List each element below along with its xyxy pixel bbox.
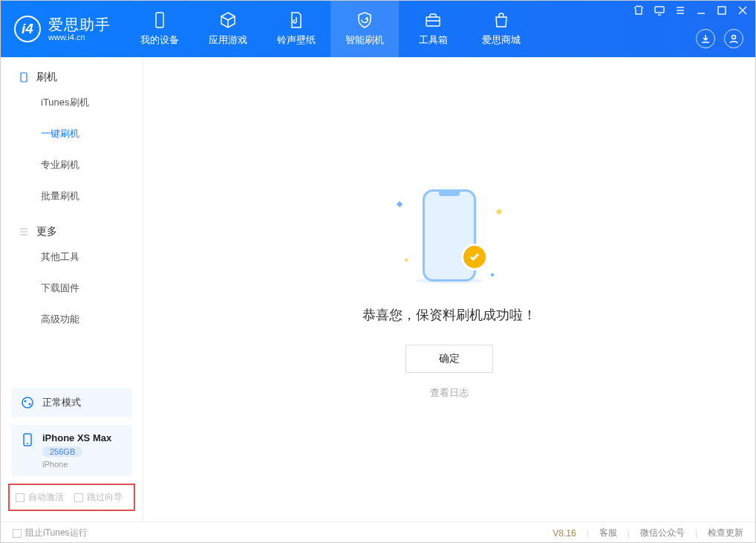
app-name: 爱思助手 [48,16,111,33]
mode-label: 正常模式 [42,396,81,409]
nav-tab-flash[interactable]: 智能刷机 [330,1,399,57]
phone-icon [19,72,29,82]
checkbox-label: 自动激活 [28,491,64,504]
sidebar: 刷机 iTunes刷机 一键刷机 专业刷机 批量刷机 更多 其他工具 下载固件 … [1,57,143,521]
device-storage: 256GB [42,446,82,457]
checkbox-highlight-row: 自动激活 跳过向导 [8,484,135,511]
sidebar-item-oneclick-flash[interactable]: 一键刷机 [1,118,143,149]
device-card[interactable]: iPhone XS Max 256GB iPhone [11,425,132,476]
nav-label: 我的设备 [140,33,179,47]
svg-point-4 [732,36,736,39]
checkbox-icon [74,493,83,502]
logo-icon: i4 [14,16,41,42]
device-type: iPhone [42,460,111,469]
menu-icon[interactable] [675,5,685,16]
logo: i4 爱思助手 www.i4.cn [1,1,126,57]
device-name: iPhone XS Max [42,432,111,443]
nav-tab-store[interactable]: 爱思商城 [467,1,535,57]
version-label: V8.16 [553,528,576,539]
nav-tabs: 我的设备 应用游戏 铃声壁纸 智能刷机 工具箱 爱思商城 [126,1,535,57]
nav-label: 应用游戏 [209,33,247,47]
mode-icon [20,395,35,410]
sidebar-item-batch-flash[interactable]: 批量刷机 [1,181,143,212]
checkbox-label: 跳过向导 [87,491,123,504]
nav-label: 爱思商城 [482,33,521,47]
device-phone-icon [20,432,35,447]
sidebar-section-more: 更多 其他工具 下载固件 高级功能 [1,212,143,335]
checkbox-icon [16,493,25,502]
nav-label: 工具箱 [419,33,448,47]
sparkle-icon [404,258,408,262]
sparkle-icon [496,208,502,214]
maximize-icon[interactable] [717,5,727,16]
user-button[interactable] [724,29,743,48]
sidebar-section-flash: 刷机 iTunes刷机 一键刷机 专业刷机 批量刷机 [1,57,143,212]
ok-button[interactable]: 确定 [405,345,493,373]
bag-icon [492,11,510,29]
svg-rect-2 [655,7,664,13]
device-icon [151,11,169,29]
feedback-icon[interactable] [654,5,665,16]
svg-point-7 [25,400,27,403]
svg-rect-1 [426,17,440,26]
checkbox-auto-activate[interactable]: 自动激活 [16,491,64,504]
sidebar-bottom: 正常模式 iPhone XS Max 256GB iPhone 自动激活 跳过向… [1,380,143,521]
download-button[interactable] [696,29,715,48]
checkmark-badge-icon [461,244,488,270]
checkbox-icon [13,529,22,538]
sparkle-icon [490,273,495,277]
footer-link-update[interactable]: 检查更新 [708,527,743,539]
view-log-link[interactable]: 查看日志 [430,386,469,400]
footer-link-wechat[interactable]: 微信公众号 [640,527,685,539]
cube-icon [219,11,237,29]
sidebar-header-more: 更多 [1,225,143,241]
sidebar-item-download-firmware[interactable]: 下载固件 [1,273,143,304]
checkbox-label: 阻止iTunes运行 [25,527,88,539]
app-domain: www.i4.cn [48,33,111,42]
nav-label: 智能刷机 [345,33,384,47]
nav-tab-apps[interactable]: 应用游戏 [194,1,262,57]
mode-card[interactable]: 正常模式 [11,388,132,417]
list-icon [19,227,29,237]
sidebar-item-advanced[interactable]: 高级功能 [1,304,143,335]
nav-tab-device[interactable]: 我的设备 [126,1,194,57]
refresh-shield-icon [356,11,374,29]
footer-link-support[interactable]: 客服 [599,527,617,539]
checkbox-block-itunes[interactable]: 阻止iTunes运行 [13,527,88,539]
sidebar-item-other-tools[interactable]: 其他工具 [1,241,143,273]
sparkle-icon [397,201,403,207]
svg-point-8 [29,403,31,406]
sidebar-header-flash: 刷机 [1,71,143,87]
nav-label: 铃声壁纸 [277,33,316,47]
close-icon[interactable] [737,5,748,16]
sidebar-item-pro-flash[interactable]: 专业刷机 [1,149,143,181]
header-actions [696,29,743,48]
success-message: 恭喜您，保资料刷机成功啦！ [362,306,536,324]
toolbox-icon [424,11,442,29]
success-illustration [382,180,516,291]
section-title: 刷机 [36,71,57,84]
nav-tab-ringtones[interactable]: 铃声壁纸 [262,1,330,57]
footer: 阻止iTunes运行 V8.16 | 客服 | 微信公众号 | 检查更新 [1,521,755,543]
nav-tab-toolbox[interactable]: 工具箱 [399,1,467,57]
svg-rect-0 [156,13,163,27]
minimize-icon[interactable] [696,5,706,16]
svg-rect-5 [21,73,27,82]
skin-icon[interactable] [633,5,644,16]
section-title: 更多 [36,225,57,238]
sidebar-item-itunes-flash[interactable]: iTunes刷机 [1,87,143,118]
svg-rect-3 [718,7,726,14]
checkbox-skip-guide[interactable]: 跳过向导 [74,491,123,504]
main-content: 恭喜您，保资料刷机成功啦！ 确定 查看日志 [143,57,755,521]
svg-point-6 [22,397,33,408]
app-body: 刷机 iTunes刷机 一键刷机 专业刷机 批量刷机 更多 其他工具 下载固件 … [1,57,755,521]
music-file-icon [287,11,305,29]
app-header: i4 爱思助手 www.i4.cn 我的设备 应用游戏 铃声壁纸 智能刷机 工具… [1,1,755,57]
window-controls [633,5,748,16]
svg-point-10 [27,443,28,444]
